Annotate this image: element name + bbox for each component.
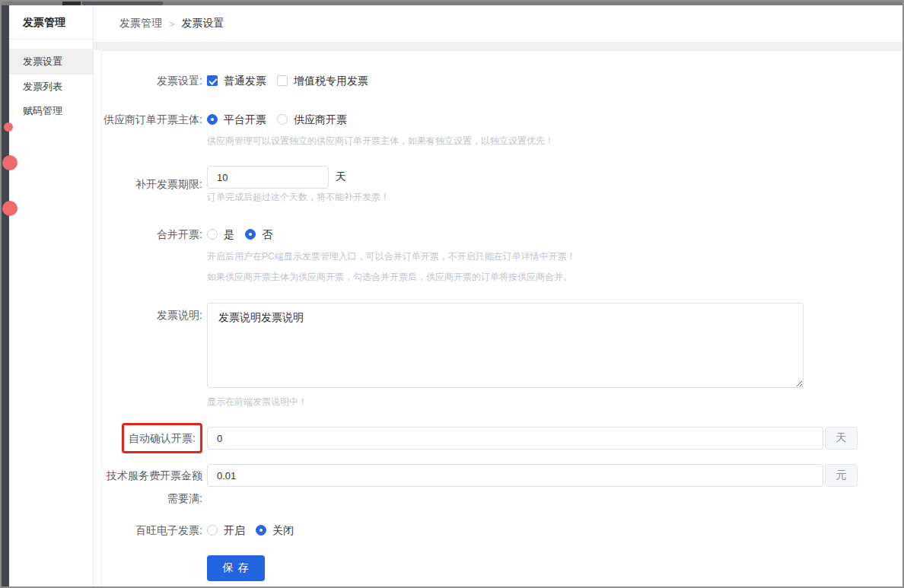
invoice-type-label: 发票设置: [102, 75, 202, 86]
main-area: 发票管理 > 发票设置 发票设置: 普通发票 [94, 5, 902, 586]
reissue-deadline-label: 补开发票期限: [102, 179, 202, 189]
form-row-baiwang: 百旺电子发票: 开启 关闭 [102, 525, 903, 536]
form-row-auto-confirm: 自动确认开票: 天 [102, 423, 903, 453]
radio-label: 否 [262, 229, 272, 240]
section-divider [94, 42, 902, 50]
baiwang-label: 百旺电子发票: [102, 525, 202, 536]
checkbox-label: 普通发票 [224, 75, 266, 86]
checkbox-checked-icon[interactable] [207, 75, 218, 86]
auto-confirm-input[interactable] [207, 427, 823, 450]
reissue-deadline-help: 订单完成后超过这个天数，将不能补开发票！ [207, 192, 390, 202]
form-row-invoice-type: 发票设置: 普通发票 增值税专用发票 [102, 75, 903, 86]
checkbox-label: 增值税专用发票 [294, 75, 368, 86]
radio-unselected-icon[interactable] [207, 525, 218, 536]
tech-fee-label: 技术服务费开票金额 需要满: [102, 464, 202, 504]
sidebar-item-invoice-list[interactable]: 发票列表 [9, 75, 93, 99]
radio-option-merge-yes[interactable]: 是 [207, 229, 234, 240]
form-row-merge-invoicing: 合并开票: 是 否 开启后用户在PC端显示发票管理 [102, 229, 903, 281]
form-row-tech-fee: 技术服务费开票金额 需要满: 元 [102, 464, 903, 504]
radio-label: 是 [224, 229, 234, 240]
notification-dot [4, 122, 13, 132]
clipped-browser-strip [2, 2, 902, 5]
invoice-note-help: 显示在前端发票说明中！ [207, 397, 804, 406]
radio-option-merge-no[interactable]: 否 [245, 229, 272, 240]
radio-unselected-icon[interactable] [277, 114, 288, 125]
radio-label: 开启 [224, 525, 245, 536]
invoice-note-textarea[interactable]: 发票说明发票说明 [207, 303, 804, 388]
clipped-strip-segment [82, 2, 163, 5]
supplier-subject-label: 供应商订单开票主体: [102, 114, 202, 125]
auto-confirm-label: 自动确认开票: [129, 432, 196, 444]
notification-dot [2, 201, 18, 216]
content-area: 发票设置: 普通发票 增值税专用发票 [94, 50, 902, 588]
merge-invoicing-help-2: 如果供应商开票主体为供应商开票，勾选合并开票后，供应商开票的订单将按供应商合并。 [207, 272, 576, 281]
app-window: 发票管理 发票设置 发票列表 赋码管理 发票管理 > 发票设置 发票设置: [0, 0, 904, 588]
sidebar-item-invoice-settings[interactable]: 发票设置 [9, 49, 93, 75]
checkbox-option-vat-special-invoice[interactable]: 增值税专用发票 [277, 75, 368, 86]
radio-unselected-icon[interactable] [207, 229, 218, 240]
form-row-reissue-deadline: 补开发票期限: 天 订单完成后超过这个天数，将不能补开发票！ [102, 166, 903, 202]
radio-label: 平台开票 [224, 114, 266, 125]
checkbox-unchecked-icon[interactable] [277, 75, 288, 86]
reissue-deadline-input[interactable] [207, 166, 329, 189]
merge-invoicing-label: 合并开票: [102, 229, 202, 240]
tech-fee-label-line1: 技术服务费开票金额 [107, 469, 202, 482]
radio-label: 供应商开票 [294, 114, 347, 125]
sidebar-menu: 发票设置 发票列表 赋码管理 [9, 40, 93, 123]
reissue-deadline-unit: 天 [336, 170, 346, 184]
checkbox-option-ordinary-invoice[interactable]: 普通发票 [207, 75, 266, 86]
form-row-save: 保 存 [102, 555, 903, 581]
sidebar: 发票管理 发票设置 发票列表 赋码管理 [9, 5, 94, 586]
tech-fee-label-line2: 需要满: [102, 493, 202, 504]
breadcrumb-page: 发票设置 [182, 17, 224, 30]
auto-confirm-unit: 天 [825, 427, 858, 450]
tech-fee-input[interactable] [207, 464, 823, 487]
invoice-note-label: 发票说明: [102, 303, 202, 320]
save-button[interactable]: 保 存 [207, 555, 265, 581]
radio-selected-icon[interactable] [207, 114, 218, 125]
form-row-invoice-note: 发票说明: 发票说明发票说明 显示在前端发票说明中！ [102, 303, 903, 406]
radio-option-baiwang-off[interactable]: 关闭 [256, 525, 294, 536]
red-annotation-box: 自动确认开票: [122, 423, 202, 453]
sidebar-item-code-management[interactable]: 赋码管理 [9, 99, 93, 123]
breadcrumb-section[interactable]: 发票管理 [119, 17, 162, 30]
supplier-subject-help: 供应商管理可以设置独立的供应商订单开票主体，如果有独立设置，以独立设置优先！ [207, 136, 554, 145]
notification-dot [2, 155, 18, 170]
tech-fee-unit: 元 [825, 464, 858, 487]
clipped-strip-segment [62, 2, 81, 5]
radio-label: 关闭 [272, 525, 294, 536]
breadcrumb: 发票管理 > 发票设置 [94, 5, 902, 42]
auto-confirm-label-cell: 自动确认开票: [102, 423, 202, 453]
breadcrumb-separator-icon: > [169, 18, 175, 30]
radio-selected-icon[interactable] [256, 525, 266, 536]
settings-form-panel: 发票设置: 普通发票 增值税专用发票 [101, 50, 904, 588]
radio-option-supplier-invoicing[interactable]: 供应商开票 [277, 114, 347, 125]
form-row-supplier-subject: 供应商订单开票主体: 平台开票 供应商开票 供应商 [102, 114, 903, 145]
radio-option-platform-invoicing[interactable]: 平台开票 [207, 114, 266, 125]
radio-selected-icon[interactable] [245, 229, 256, 240]
merge-invoicing-help-1: 开启后用户在PC端显示发票管理入口，可以合并订单开票，不开启只能在订单详情中开票… [207, 252, 576, 261]
left-nav-rail [2, 5, 9, 586]
radio-option-baiwang-on[interactable]: 开启 [207, 525, 245, 536]
sidebar-title: 发票管理 [9, 5, 93, 40]
